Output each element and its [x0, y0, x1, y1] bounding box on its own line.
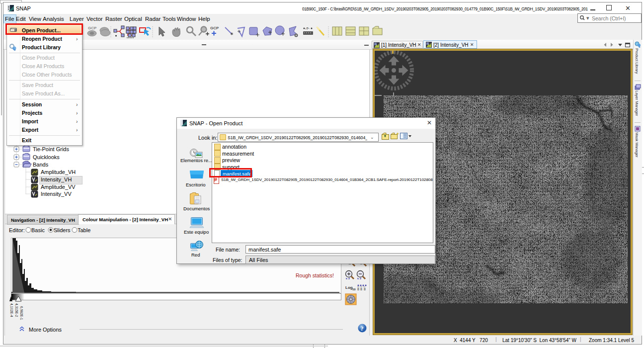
svg-text:10: 10 — [352, 288, 356, 291]
svg-text:8: 8 — [360, 287, 362, 291]
svg-text:?: ? — [361, 325, 364, 332]
svg-text:?: ? — [306, 26, 309, 31]
svg-text:Log: Log — [345, 285, 353, 290]
svg-text:8: 8 — [357, 287, 359, 291]
svg-text:8: 8 — [364, 287, 366, 291]
svg-text:GCP: GCP — [210, 26, 219, 30]
